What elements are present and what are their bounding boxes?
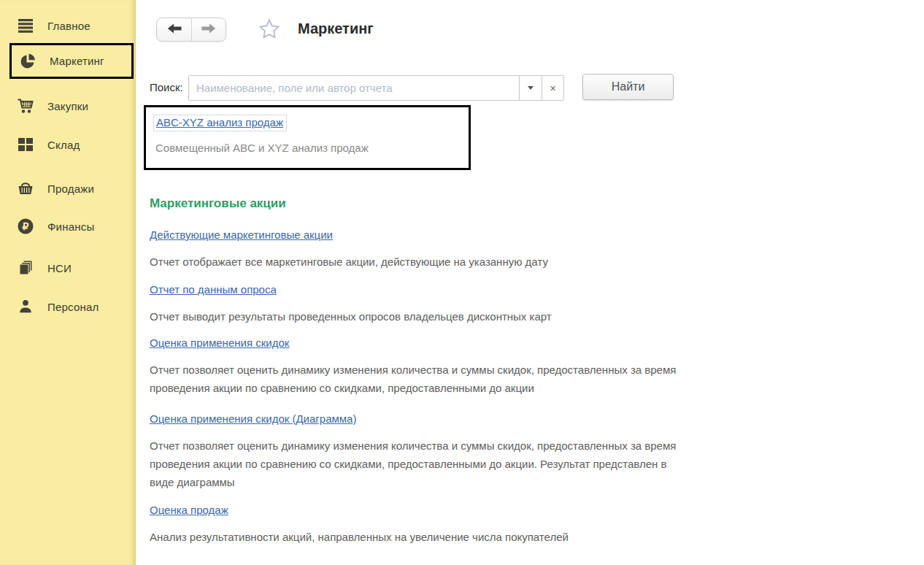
report-link-abc-xyz[interactable]: ABC-XYZ анализ продаж xyxy=(156,116,283,128)
menu-icon xyxy=(16,16,35,35)
report-item: Оценка применения скидок Отчет позволяет… xyxy=(150,337,850,350)
find-button[interactable]: Найти xyxy=(582,74,674,100)
sidebar-item-finansy[interactable]: ₽ Финансы xyxy=(9,213,134,239)
grid-icon xyxy=(16,135,35,154)
ruble-icon: ₽ xyxy=(16,217,35,236)
report-item: Оценка применения скидок (Диаграмма) Отч… xyxy=(150,412,850,426)
back-arrow-icon xyxy=(167,23,182,36)
cart-icon xyxy=(16,96,35,115)
sidebar-item-nsi[interactable]: НСИ xyxy=(9,255,134,281)
sidebar-item-label: Персонал xyxy=(47,301,99,313)
sidebar-item-label: Маркетинг xyxy=(50,55,104,67)
report-item: Действующие маркетинговые акции Отчет от… xyxy=(150,228,850,242)
report-description: Отчет позволяет оценить динамику изменен… xyxy=(150,437,839,491)
sidebar-item-label: Закупки xyxy=(47,100,88,112)
sidebar-item-marketing[interactable]: Маркетинг xyxy=(9,43,134,79)
history-nav-group xyxy=(156,18,226,42)
report-item: Отчет по данным опроса Отчет выводит рез… xyxy=(150,283,850,296)
sidebar-item-zakupki[interactable]: Закупки xyxy=(9,93,134,119)
report-item: Оценка продаж Анализ результативности ак… xyxy=(150,504,850,517)
person-icon xyxy=(16,297,35,316)
search-clear-button[interactable]: × xyxy=(542,75,564,101)
report-link[interactable]: Отчет по данным опроса xyxy=(150,283,277,296)
search-label: Поиск: xyxy=(150,81,183,93)
report-description: Анализ результативности акций, направлен… xyxy=(150,528,839,546)
sidebar-item-label: Финансы xyxy=(47,220,94,233)
report-description: Отчет выводит результаты проведенных опр… xyxy=(150,307,839,326)
sidebar-item-label: Склад xyxy=(47,139,80,151)
report-link-wrapper: ABC-XYZ анализ продаж xyxy=(153,115,287,131)
forward-arrow-icon xyxy=(201,23,216,36)
chevron-down-icon xyxy=(528,86,534,90)
back-button[interactable] xyxy=(157,18,191,41)
sidebar-item-personal[interactable]: Персонал xyxy=(9,293,134,320)
sidebar-item-label: НСИ xyxy=(47,262,72,274)
page-title: Маркетинг xyxy=(298,20,374,37)
sidebar: Главное Маркетинг Закупки Склад Продажи xyxy=(0,0,136,565)
svg-text:₽: ₽ xyxy=(23,220,29,232)
report-link[interactable]: Действующие маркетинговые акции xyxy=(150,228,333,241)
favorite-star-button[interactable] xyxy=(257,18,282,42)
report-link[interactable]: Оценка применения скидок (Диаграмма) xyxy=(150,412,356,425)
sidebar-item-glavnoe[interactable]: Главное xyxy=(9,12,134,39)
sidebar-item-sklad[interactable]: Склад xyxy=(9,131,134,158)
report-description: Отчет позволяет оценить динамику изменен… xyxy=(150,361,839,397)
documents-icon xyxy=(16,258,35,277)
sidebar-item-label: Главное xyxy=(47,20,91,32)
report-link[interactable]: Оценка продаж xyxy=(150,504,228,516)
report-description: Отчет отображает все маркетинговые акции… xyxy=(150,253,839,271)
section-title: Маркетинговые акции xyxy=(150,196,286,211)
app-window: Главное Маркетинг Закупки Склад Продажи xyxy=(0,0,924,565)
report-link[interactable]: Оценка применения скидок xyxy=(150,337,289,349)
search-input[interactable] xyxy=(188,75,520,101)
report-description: Совмещенный ABC и XYZ анализ продаж xyxy=(155,142,369,154)
sidebar-item-label: Продажи xyxy=(47,182,94,195)
main-content: Маркетинг Поиск: × Найти ABC-XYZ анализ … xyxy=(136,0,924,565)
forward-button[interactable] xyxy=(191,18,226,41)
star-icon xyxy=(258,18,281,43)
basket-icon xyxy=(16,179,35,198)
pie-chart-icon xyxy=(18,52,37,71)
featured-report-annotation-box: ABC-XYZ анализ продаж Совмещенный ABC и … xyxy=(144,105,471,170)
sidebar-item-prodazhi[interactable]: Продажи xyxy=(9,175,134,201)
search-dropdown-button[interactable] xyxy=(520,75,542,101)
